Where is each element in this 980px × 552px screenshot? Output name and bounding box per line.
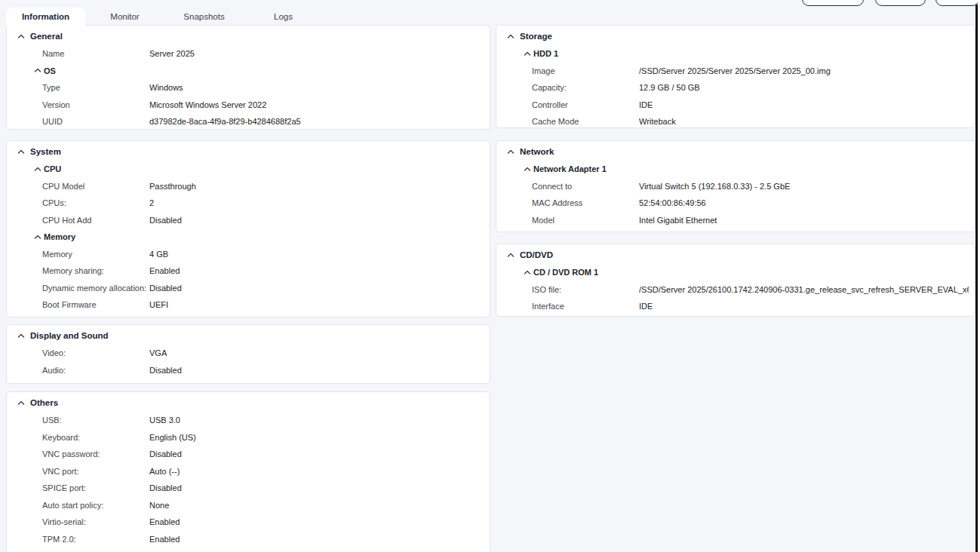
field-row: Auto start policy:None (7, 497, 490, 514)
field-label: USB: (42, 416, 149, 425)
card-storage: StorageHDD 1Image/SSD/Server 2025/Server… (496, 25, 975, 128)
chevron-up-icon[interactable] (34, 235, 41, 240)
subsection-title: CD / DVD ROM 1 (533, 268, 598, 277)
field-row: TPM 2.0:Enabled (7, 531, 490, 548)
section-title: System (30, 147, 61, 156)
field-value: Writeback (639, 117, 969, 126)
field-value: Disabled (149, 284, 484, 293)
field-label: VNC password: (42, 449, 149, 458)
field-row: Memory4 GB (7, 246, 490, 263)
card-system: SystemCPUCPU ModelPassthroughCPUs:2CPU H… (6, 140, 490, 317)
tab-label: Snapshots (183, 12, 224, 21)
section-title: General (30, 32, 63, 41)
field-label: Capacity: (532, 83, 639, 92)
field-label: Memory (42, 250, 149, 259)
field-value: IDE (639, 302, 969, 311)
chevron-up-icon[interactable] (17, 149, 25, 155)
chevron-up-icon[interactable] (507, 149, 515, 155)
field-value: Server 2025 (149, 49, 484, 58)
field-value: USB 3.0 (149, 416, 484, 425)
chevron-up-icon[interactable] (524, 270, 531, 275)
section-header-row: Display and Sound (7, 327, 490, 345)
chevron-up-icon[interactable] (507, 253, 515, 258)
section-header-row: Storage (496, 27, 975, 45)
field-label: Boot Firmware (42, 300, 149, 309)
field-value: Auto (--) (149, 467, 484, 476)
section-title: Display and Sound (30, 331, 109, 340)
field-label: MAC Address (532, 198, 639, 207)
field-label: ISO file: (532, 285, 639, 294)
chevron-up-icon[interactable] (17, 400, 25, 406)
field-value: UEFI (149, 300, 484, 309)
chevron-up-icon[interactable] (17, 333, 25, 339)
card-cd-dvd: CD/DVDCD / DVD ROM 1ISO file:/SSD/Server… (496, 244, 975, 317)
top-action-button-2[interactable] (875, 0, 926, 6)
field-row: MAC Address52:54:00:86:49:56 (496, 195, 975, 212)
section-header-row: Others (7, 394, 490, 412)
tab-logs[interactable]: Logs (244, 8, 323, 26)
field-value: IDE (639, 100, 969, 109)
field-label: Image (532, 66, 639, 75)
tab-information[interactable]: Information (6, 8, 85, 26)
field-row: TypeWindows (7, 79, 490, 97)
field-row: USB:USB 3.0 (7, 412, 490, 429)
field-label: Auto start policy: (42, 501, 149, 510)
tab-label: Logs (274, 12, 293, 21)
field-row: Cache ModeWriteback (496, 113, 975, 128)
field-value: 12.9 GB / 50 GB (639, 83, 969, 92)
field-value: VGA (149, 348, 484, 357)
field-value: Virtual Switch 5 (192.168.0.33) - 2.5 Gb… (639, 182, 969, 191)
field-label: CPU Model (42, 182, 149, 191)
field-value: Passthrough (149, 182, 484, 191)
top-action-button-1[interactable] (802, 0, 864, 6)
field-value: Intel Gigabit Ethernet (639, 216, 969, 225)
field-row: Boot FirmwareUEFI (7, 296, 490, 314)
chevron-up-icon[interactable] (17, 34, 25, 39)
tab-snapshots[interactable]: Snapshots (164, 8, 244, 26)
section-header-row: General (7, 27, 490, 45)
field-row: Capacity:12.9 GB / 50 GB (496, 79, 975, 97)
field-label: Virtio-serial: (42, 517, 149, 526)
card-others: OthersUSB:USB 3.0Keyboard:English (US)VN… (6, 391, 490, 552)
field-value: None (149, 501, 484, 510)
tab-label: Monitor (110, 12, 139, 21)
section-header-row: System (7, 143, 490, 161)
field-value: Disabled (149, 366, 484, 375)
field-label: Version (42, 100, 149, 109)
subsection-row: CPU (7, 161, 490, 178)
field-value: d37982de-8aca-4f9a-8f29-b4284688f2a5 (149, 117, 484, 126)
chevron-up-icon[interactable] (524, 51, 531, 57)
field-label: CPUs: (42, 198, 149, 207)
chevron-up-icon[interactable] (34, 68, 41, 73)
field-row: UUIDd37982de-8aca-4f9a-8f29-b4284688f2a5 (7, 113, 490, 130)
chevron-up-icon[interactable] (524, 167, 531, 172)
section-header-row: CD/DVD (496, 246, 975, 264)
field-row: SPICE port:Disabled (7, 480, 490, 497)
section-title: Storage (520, 32, 552, 41)
field-label: Cache Mode (532, 117, 639, 126)
chevron-up-icon[interactable] (507, 34, 515, 39)
field-row: VNC password:Disabled (7, 446, 490, 463)
field-row: Keyboard:English (US) (7, 429, 490, 446)
field-row: ControllerIDE (496, 97, 975, 114)
tab-monitor[interactable]: Monitor (85, 8, 164, 26)
subsection-row: CD / DVD ROM 1 (496, 264, 975, 281)
field-value: Disabled (149, 216, 484, 225)
field-label: TPM 2.0: (42, 535, 149, 544)
section-title: Others (30, 398, 58, 407)
field-row: CPU ModelPassthrough (7, 178, 490, 195)
field-value: 2 (149, 198, 484, 207)
field-value: /SSD/Server 2025/26100.1742.240906-0331.… (639, 285, 969, 294)
section-title: CD/DVD (520, 250, 553, 259)
field-value: English (US) (149, 433, 484, 442)
field-row: Image/SSD/Server 2025/Server 2025/Server… (496, 63, 975, 80)
subsection-row: Network Adapter 1 (496, 161, 975, 178)
subsection-title: OS (44, 66, 56, 75)
window-edge-divider (975, 5, 978, 552)
field-value: Disabled (149, 483, 484, 492)
subsection-title: CPU (44, 164, 61, 173)
subsection-row: OS (7, 63, 490, 80)
top-action-button-3[interactable] (935, 0, 979, 6)
field-value: /SSD/Server 2025/Server 2025/Server 2025… (639, 66, 969, 75)
chevron-up-icon[interactable] (34, 167, 41, 172)
